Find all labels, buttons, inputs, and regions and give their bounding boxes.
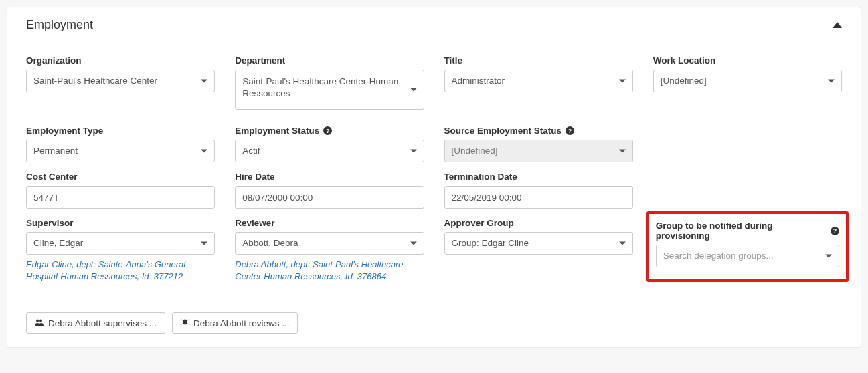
reviewer-dept-label: dept:: [291, 259, 311, 269]
group-supervisor: Supervisor Cline, Edgar Edgar Cline, dep…: [26, 218, 215, 282]
collapse-icon[interactable]: [833, 22, 842, 28]
select-source-employment-status-value: [Undefined]: [452, 146, 498, 156]
supervisor-link[interactable]: Edgar Cline, dept: Sainte-Anna's General…: [26, 259, 215, 282]
group-employment-status: Employment Status ? Actif: [235, 126, 424, 162]
combobox-approver-group[interactable]: Group: Edgar Cline: [444, 232, 633, 255]
reviewer-link[interactable]: Debra Abbott, dept: Saint-Paul's Healthc…: [235, 259, 424, 282]
select-employment-status-value: Actif: [242, 146, 260, 156]
employment-panel: Employment Organization Saint-Paul's Hea…: [7, 7, 861, 348]
group-source-employment-status: Source Employment Status ? [Undefined]: [444, 126, 633, 162]
label-work-location: Work Location: [653, 55, 842, 66]
select-employment-type-value: Permanent: [33, 146, 78, 156]
chevron-down-icon: [410, 150, 417, 153]
label-reviewer: Reviewer: [235, 218, 424, 228]
supervises-button-label: Debra Abbott supervises ...: [48, 318, 157, 328]
supervisor-dept-label: dept:: [76, 259, 96, 269]
label-supervisor: Supervisor: [26, 218, 215, 228]
select-work-location-value: [Undefined]: [661, 76, 707, 86]
input-termination-date[interactable]: [444, 186, 633, 209]
chevron-down-icon: [825, 255, 832, 258]
svg-point-1: [39, 319, 42, 322]
label-cost-center: Cost Center: [26, 172, 215, 182]
chevron-down-icon: [410, 88, 417, 92]
supervisor-id-label: Id:: [142, 271, 151, 281]
label-department: Department: [235, 55, 424, 66]
burst-icon: [181, 318, 189, 328]
group-work-location: Work Location [Undefined]: [653, 55, 842, 92]
select-source-employment-status: [Undefined]: [444, 140, 633, 162]
combobox-supervisor[interactable]: Cline, Edgar: [26, 232, 215, 255]
chevron-down-icon: [619, 242, 626, 245]
reviewer-name: Debra Abbott: [235, 259, 286, 269]
group-employment-type: Employment Type Permanent: [26, 126, 215, 162]
group-notify-group: Group to be notified during provisioning…: [653, 218, 842, 270]
select-work-location[interactable]: [Undefined]: [653, 70, 842, 92]
combobox-notify-group-placeholder: Search delegation groups...: [663, 251, 774, 261]
help-icon[interactable]: ?: [566, 126, 574, 135]
group-approver-group: Approver Group Group: Edgar Cline: [444, 218, 633, 255]
label-source-employment-status-text: Source Employment Status: [444, 126, 562, 136]
select-title-value: Administrator: [452, 76, 505, 86]
label-approver-group: Approver Group: [444, 218, 633, 228]
separator: [26, 301, 842, 301]
group-cost-center: Cost Center: [26, 172, 215, 209]
supervises-button[interactable]: Debra Abbott supervises ...: [26, 312, 165, 334]
label-notify-group-text: Group to be notified during provisioning: [656, 221, 827, 241]
group-hire-date: Hire Date: [235, 172, 424, 209]
chevron-down-icon: [410, 242, 417, 245]
label-employment-status-text: Employment Status: [235, 126, 319, 136]
users-icon: [35, 318, 44, 328]
reviewer-id-label: Id:: [345, 271, 355, 281]
supervisor-id: 377212: [154, 271, 183, 281]
row-4: Supervisor Cline, Edgar Edgar Cline, dep…: [26, 218, 842, 282]
help-icon[interactable]: ?: [323, 126, 332, 135]
select-department[interactable]: Saint-Paul's Healthcare Center-Human Res…: [235, 70, 424, 110]
select-organization-value: Saint-Paul's Healthcare Center: [33, 76, 157, 86]
label-source-employment-status: Source Employment Status ?: [444, 126, 633, 136]
help-icon[interactable]: ?: [831, 227, 839, 235]
button-row: Debra Abbott supervises ... Debra Abbott…: [26, 312, 842, 334]
input-hire-date[interactable]: [235, 186, 424, 209]
chevron-down-icon: [201, 150, 207, 153]
svg-point-0: [36, 319, 39, 322]
chevron-down-icon: [201, 242, 207, 245]
label-organization: Organization: [26, 55, 215, 66]
label-employment-status: Employment Status ?: [235, 126, 424, 136]
chevron-down-icon: [619, 150, 626, 153]
row-3: Cost Center Hire Date Termination Date: [26, 172, 842, 209]
supervisor-name: Edgar Cline: [26, 259, 72, 269]
chevron-down-icon: [619, 80, 626, 83]
chevron-down-icon: [828, 80, 835, 83]
combobox-supervisor-value: Cline, Edgar: [33, 238, 83, 248]
panel-header[interactable]: Employment: [7, 7, 861, 43]
select-employment-type[interactable]: Permanent: [26, 140, 215, 162]
combobox-approver-group-value: Group: Edgar Cline: [452, 238, 529, 248]
select-title[interactable]: Administrator: [444, 70, 633, 92]
select-employment-status[interactable]: Actif: [235, 140, 424, 162]
group-organization: Organization Saint-Paul's Healthcare Cen…: [26, 55, 215, 92]
group-title: Title Administrator: [444, 55, 633, 92]
label-title: Title: [444, 55, 633, 66]
combobox-reviewer[interactable]: Abbott, Debra: [235, 232, 424, 255]
row-2: Employment Type Permanent Employment Sta…: [26, 126, 842, 162]
reviews-button-label: Debra Abbott reviews ...: [193, 318, 289, 328]
highlight-box: Group to be notified during provisioning…: [646, 211, 849, 282]
combobox-reviewer-value: Abbott, Debra: [242, 238, 298, 248]
input-cost-center[interactable]: [26, 186, 215, 209]
chevron-down-icon: [201, 80, 207, 83]
row-1: Organization Saint-Paul's Healthcare Cen…: [26, 55, 842, 110]
combobox-notify-group[interactable]: Search delegation groups...: [656, 245, 839, 267]
label-employment-type: Employment Type: [26, 126, 215, 136]
group-department: Department Saint-Paul's Healthcare Cente…: [235, 55, 424, 110]
label-termination-date: Termination Date: [444, 172, 633, 182]
reviews-button[interactable]: Debra Abbott reviews ...: [172, 312, 298, 334]
label-hire-date: Hire Date: [235, 172, 424, 182]
svg-marker-2: [181, 318, 189, 326]
select-department-value: Saint-Paul's Healthcare Center-Human Res…: [242, 76, 398, 98]
reviewer-id: 376864: [357, 271, 386, 281]
panel-title: Employment: [26, 18, 93, 32]
label-notify-group: Group to be notified during provisioning…: [656, 221, 839, 241]
group-termination-date: Termination Date: [444, 172, 633, 209]
panel-body: Organization Saint-Paul's Healthcare Cen…: [7, 43, 861, 347]
select-organization[interactable]: Saint-Paul's Healthcare Center: [26, 70, 215, 92]
